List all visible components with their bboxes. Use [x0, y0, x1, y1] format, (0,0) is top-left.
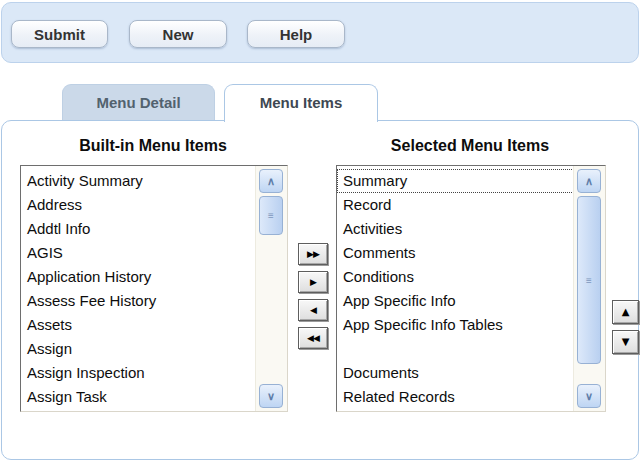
toolbar: Submit New Help — [1, 2, 639, 63]
list-item[interactable]: App Specific Info Tables — [337, 313, 574, 337]
move-up-button[interactable]: ▲ — [612, 300, 639, 324]
help-button[interactable]: Help — [247, 20, 345, 48]
builtin-scrollbar[interactable]: ∧ ≡ ∨ — [255, 166, 287, 411]
move-right-button[interactable]: ▶ — [298, 271, 328, 293]
list-item[interactable]: Assets — [21, 313, 256, 337]
list-item[interactable]: Related Records — [337, 385, 574, 409]
submit-button[interactable]: Submit — [11, 20, 108, 48]
tab-menu-detail[interactable]: Menu Detail — [62, 84, 215, 121]
scroll-up-button[interactable]: ∧ — [259, 169, 283, 193]
selected-list-title: Selected Menu Items — [336, 136, 604, 156]
move-all-left-button[interactable]: ◀◀ — [298, 327, 328, 349]
chevron-up-icon: ∧ — [585, 175, 593, 187]
chevron-up-icon: ∧ — [267, 175, 275, 187]
list-item[interactable]: Assign Inspection — [21, 361, 256, 385]
thumb-grip-icon: ≡ — [268, 210, 274, 221]
chevron-down-icon: ∨ — [585, 390, 593, 402]
scrollbar-thumb[interactable]: ≡ — [259, 196, 283, 235]
thumb-grip-icon: ≡ — [586, 275, 592, 286]
list-item[interactable]: App Specific Info — [337, 289, 574, 313]
app-window: Submit New Help Menu Detail Menu Items B… — [0, 0, 641, 466]
scrollbar-thumb[interactable]: ≡ — [577, 196, 601, 364]
chevron-down-icon: ∨ — [267, 390, 275, 402]
list-item[interactable]: Application History — [21, 265, 256, 289]
builtin-list-items: Activity Summary Address Addtl Info AGIS… — [21, 169, 256, 409]
move-all-right-button[interactable]: ▶▶ — [298, 243, 328, 265]
list-item[interactable]: Assign — [21, 337, 256, 361]
new-button[interactable]: New — [129, 20, 227, 48]
list-item[interactable]: Documents — [337, 361, 574, 385]
scroll-down-button[interactable]: ∨ — [259, 384, 283, 408]
scroll-down-button[interactable]: ∨ — [577, 384, 601, 408]
selected-listbox[interactable]: Summary Record Activities Comments Condi… — [336, 165, 606, 412]
move-down-button[interactable]: ▼ — [612, 330, 639, 354]
list-item[interactable]: Activities — [337, 217, 574, 241]
move-left-button[interactable]: ◀ — [298, 299, 328, 321]
list-item[interactable]: Record — [337, 193, 574, 217]
selected-list-items: Summary Record Activities Comments Condi… — [337, 169, 574, 409]
tab-menu-items[interactable]: Menu Items — [224, 84, 378, 122]
list-item[interactable] — [337, 337, 574, 361]
scroll-up-button[interactable]: ∧ — [577, 169, 601, 193]
builtin-list-title: Built-in Menu Items — [20, 136, 286, 156]
list-item[interactable]: Conditions — [337, 265, 574, 289]
builtin-listbox[interactable]: Activity Summary Address Addtl Info AGIS… — [20, 165, 288, 412]
list-item[interactable]: AGIS — [21, 241, 256, 265]
list-item[interactable]: Comments — [337, 241, 574, 265]
selected-scrollbar[interactable]: ∧ ≡ ∨ — [573, 166, 605, 411]
list-item[interactable]: Assess Fee History — [21, 289, 256, 313]
list-item[interactable]: Addtl Info — [21, 217, 256, 241]
list-item[interactable]: Summary — [337, 169, 574, 193]
list-item[interactable]: Address — [21, 193, 256, 217]
list-item[interactable]: Activity Summary — [21, 169, 256, 193]
list-item[interactable]: Assign Task — [21, 385, 256, 409]
